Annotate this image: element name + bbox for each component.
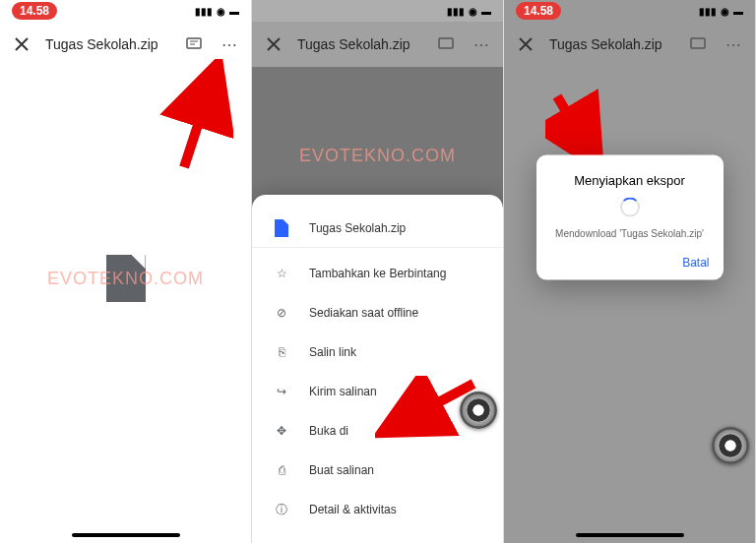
- status-bar: ▮▮▮◉▬: [252, 0, 503, 22]
- svg-rect-3: [439, 38, 453, 48]
- menu-make-copy[interactable]: ⎙Buat salinan: [252, 451, 503, 490]
- battery-icon: ▬: [733, 6, 743, 17]
- copy-icon: ⎙: [272, 460, 291, 480]
- info-icon: ⓘ: [272, 500, 291, 519]
- app-header: Tugas Sekolah.zip ⋯: [504, 22, 755, 67]
- more-icon[interactable]: ⋯: [218, 32, 241, 56]
- close-icon[interactable]: [10, 32, 33, 56]
- menu-copy-link[interactable]: ⎘Salin link: [252, 332, 503, 372]
- watermark-text: EVOTEKNO.COM: [299, 146, 456, 166]
- close-icon[interactable]: [514, 32, 537, 56]
- more-icon[interactable]: ⋯: [722, 32, 745, 56]
- phone-screen-3: 14.58 ▮▮▮◉▬ Tugas Sekolah.zip ⋯ Menyiapk…: [504, 0, 756, 543]
- phone-screen-2: ▮▮▮◉▬ Tugas Sekolah.zip ⋯ EVOTEKNO.COM T…: [252, 0, 504, 543]
- comment-icon[interactable]: [686, 32, 710, 56]
- offline-icon: ⊘: [272, 303, 291, 323]
- file-icon: [106, 255, 146, 302]
- phone-screen-1: 14.58 ▮▮▮ ◉ ▬ Tugas Sekolah.zip ⋯ EVOTEK…: [0, 0, 252, 543]
- status-indicators: ▮▮▮◉▬: [699, 6, 743, 17]
- link-icon: ⎘: [272, 342, 291, 362]
- open-in-icon: ✥: [272, 421, 291, 441]
- export-dialog: Menyiapkan ekspor Mendownload 'Tugas Sek…: [536, 154, 724, 279]
- status-indicators: ▮▮▮◉▬: [447, 6, 491, 17]
- home-indicator[interactable]: [576, 533, 684, 537]
- wifi-icon: ◉: [469, 6, 477, 17]
- comment-icon[interactable]: [434, 32, 458, 56]
- status-bar: 14.58 ▮▮▮ ◉ ▬: [0, 0, 251, 22]
- annotation-arrow-1: [155, 59, 233, 177]
- signal-icon: ▮▮▮: [699, 6, 717, 17]
- comment-icon[interactable]: [182, 32, 206, 56]
- home-indicator[interactable]: [72, 533, 180, 537]
- share-icon: ↪: [272, 382, 291, 401]
- svg-rect-6: [691, 38, 705, 48]
- status-bar: 14.58 ▮▮▮◉▬: [504, 0, 755, 22]
- header-title: Tugas Sekolah.zip: [297, 36, 422, 52]
- status-time: 14.58: [12, 2, 57, 20]
- close-icon[interactable]: [262, 32, 285, 56]
- cancel-button[interactable]: Batal: [682, 255, 709, 269]
- status-time: 14.58: [516, 2, 561, 20]
- dialog-title: Menyiapkan ekspor: [550, 172, 710, 187]
- svg-rect-0: [187, 38, 201, 48]
- file-icon: [272, 218, 291, 238]
- loading-spinner: [620, 197, 640, 216]
- more-icon[interactable]: ⋯: [470, 32, 493, 56]
- star-icon: ☆: [272, 264, 291, 283]
- signal-icon: ▮▮▮: [195, 6, 213, 17]
- bottom-sheet: Tugas Sekolah.zip ☆Tambahkan ke Berbinta…: [252, 195, 503, 543]
- svg-line-8: [557, 96, 595, 159]
- app-header: Tugas Sekolah.zip ⋯: [252, 22, 503, 67]
- signal-icon: ▮▮▮: [447, 6, 465, 17]
- dialog-message: Mendownload 'Tugas Sekolah.zip': [550, 226, 710, 240]
- menu-offline[interactable]: ⊘Sediakan saat offline: [252, 293, 503, 332]
- battery-icon: ▬: [481, 6, 491, 17]
- sheet-filename: Tugas Sekolah.zip: [309, 221, 406, 235]
- sheet-header: Tugas Sekolah.zip: [252, 209, 503, 248]
- battery-icon: ▬: [229, 6, 239, 17]
- header-title: Tugas Sekolah.zip: [45, 36, 170, 52]
- assistive-touch[interactable]: [712, 427, 749, 464]
- wifi-icon: ◉: [217, 6, 225, 17]
- svg-line-2: [184, 71, 216, 167]
- wifi-icon: ◉: [721, 6, 729, 17]
- menu-add-star[interactable]: ☆Tambahkan ke Berbintang: [252, 254, 503, 293]
- assistive-touch[interactable]: [460, 392, 497, 429]
- status-indicators: ▮▮▮ ◉ ▬: [195, 6, 239, 17]
- header-title: Tugas Sekolah.zip: [549, 36, 674, 52]
- menu-detail[interactable]: ⓘDetail & aktivitas: [252, 490, 503, 529]
